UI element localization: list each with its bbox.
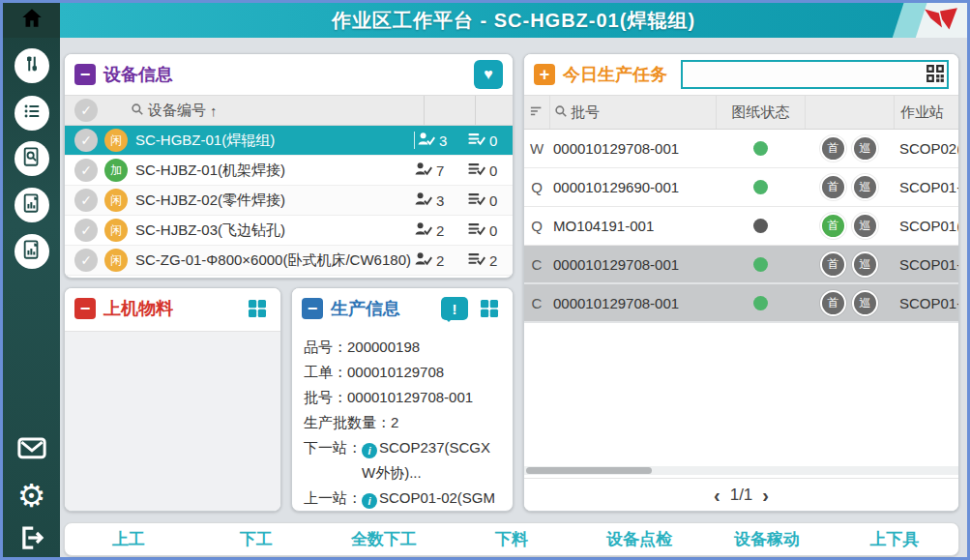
- equipment-panel: − 设备信息 ♥ ✓ 设备编号 ↑ ✓ 闲 SC-HGBZ-01(焊辊组) 3 …: [64, 53, 514, 279]
- operator-count: 7: [436, 162, 444, 179]
- equipment-inspection-button[interactable]: 设备点检: [575, 528, 703, 550]
- list-icon: [21, 101, 43, 126]
- task-count: 0: [489, 162, 497, 179]
- tooling-button[interactable]: 上下具: [831, 528, 958, 550]
- operators-icon: [415, 251, 432, 269]
- next-page-button[interactable]: ›: [762, 486, 769, 505]
- row-check-icon[interactable]: ✓: [74, 249, 98, 272]
- task-batch: 000010129690-001: [549, 179, 716, 195]
- station-column[interactable]: 作业站: [894, 96, 958, 129]
- batch-column[interactable]: 批号: [571, 103, 600, 122]
- collapse-icon[interactable]: −: [74, 298, 96, 319]
- clock-in-button[interactable]: 上工: [65, 528, 192, 550]
- sidebar-item-mail[interactable]: [14, 434, 50, 467]
- equipment-row[interactable]: ✓ 加 SC-HJBZ-01(机架焊接) 7 0: [65, 156, 513, 186]
- patrol-inspection-button[interactable]: 巡: [852, 290, 878, 316]
- equipment-column-header[interactable]: ✓ 设备编号 ↑: [65, 95, 513, 126]
- task-type: C: [524, 295, 549, 311]
- clock-out-button[interactable]: 下工: [192, 528, 320, 550]
- select-all-check-icon[interactable]: ✓: [74, 99, 98, 122]
- equipment-panel-title: 设备信息: [103, 63, 173, 86]
- task-row[interactable]: C 000010129708-001 首 巡 SCOP01-01(SGM...: [524, 284, 958, 323]
- task-scan-input[interactable]: [681, 60, 949, 89]
- row-check-icon[interactable]: ✓: [74, 219, 98, 242]
- grid-view-icon[interactable]: [476, 295, 503, 322]
- equipment-sort-column[interactable]: 设备编号: [148, 102, 206, 120]
- expand-icon[interactable]: +: [534, 64, 555, 85]
- equipment-utilization-button[interactable]: 设备稼动: [703, 528, 831, 550]
- equipment-row[interactable]: ✓ 闲 SC-ZG-01-Φ800×6000(卧式机床/CW6180) 2 2: [65, 246, 513, 276]
- materials-panel-title: 上机物料: [103, 297, 173, 320]
- pagination: ‹ 1/1 ›: [524, 478, 958, 511]
- task-station: SCOP01-01(SGM...: [894, 179, 958, 195]
- sidebar-item-list[interactable]: [15, 96, 49, 131]
- task-row[interactable]: Q MO104191-001 首 巡 SCOP01(SGMH0...: [524, 207, 958, 246]
- sidebar-item-logout[interactable]: [14, 523, 50, 556]
- operator-count: 3: [436, 192, 444, 209]
- collapse-icon[interactable]: −: [74, 64, 96, 85]
- qr-scan-icon[interactable]: [926, 64, 945, 87]
- info-icon[interactable]: i: [362, 493, 377, 509]
- status-badge: 闲: [104, 129, 128, 152]
- first-inspection-button[interactable]: 首: [820, 174, 846, 200]
- task-row[interactable]: W 000010129708-001 首 巡 SCOP02(SGMH0...: [524, 130, 958, 168]
- page-title: 作业区工作平台 - SC-HGBZ-01(焊辊组): [332, 8, 695, 34]
- drawing-status-dot: [753, 257, 768, 272]
- status-badge: 闲: [104, 189, 128, 212]
- sidebar-item-report[interactable]: [15, 188, 49, 222]
- field-value: 200000198: [347, 335, 501, 360]
- page-indicator: 1/1: [730, 486, 753, 505]
- task-list-icon: [468, 221, 485, 239]
- task-station: SCOP01(SGMH0...: [894, 218, 958, 234]
- equipment-row[interactable]: ✓ 闲 SC-HJBZ-02(零件焊接) 3 0: [65, 186, 513, 216]
- info-icon[interactable]: i: [362, 443, 377, 458]
- operator-count: 2: [436, 252, 444, 269]
- first-inspection-button[interactable]: 首: [820, 290, 846, 316]
- field-label: 批号：: [304, 385, 347, 410]
- drawing-status-column[interactable]: 图纸状态: [716, 96, 805, 129]
- sidebar-item-report2[interactable]: [15, 234, 49, 269]
- task-count: 0: [489, 222, 497, 239]
- horizontal-scrollbar[interactable]: [524, 466, 958, 475]
- filter-icon[interactable]: [530, 104, 544, 121]
- settings-gear-icon: ⚙: [17, 480, 46, 512]
- first-inspection-button[interactable]: 首: [820, 251, 846, 278]
- action-toolbar: 上工 下工 全数下工 下料 设备点检 设备稼动 上下具: [64, 522, 959, 556]
- row-check-icon[interactable]: ✓: [74, 189, 98, 212]
- grid-view-icon[interactable]: [244, 295, 271, 322]
- search-icon: [131, 103, 144, 119]
- patrol-inspection-button[interactable]: 巡: [852, 174, 878, 200]
- sidebar-item-settings[interactable]: ⚙: [14, 479, 50, 512]
- tasks-panel: + 今日生产任务 批号 图纸状态 作业站 W 000010129708-001 …: [523, 53, 959, 512]
- comment-alert-icon[interactable]: !: [441, 297, 468, 320]
- clock-out-all-button[interactable]: 全数下工: [320, 528, 448, 550]
- task-row[interactable]: C 000010129708-001 首 巡 SCOP01-02(SGM...: [524, 246, 958, 284]
- sidebar-item-doc-search[interactable]: [15, 141, 49, 176]
- patrol-inspection-button[interactable]: 巡: [852, 213, 878, 239]
- patrol-inspection-button[interactable]: 巡: [852, 135, 878, 162]
- unload-material-button[interactable]: 下料: [448, 528, 575, 550]
- task-list: W 000010129708-001 首 巡 SCOP02(SGMH0... Q…: [524, 130, 958, 323]
- patrol-inspection-button[interactable]: 巡: [852, 251, 878, 278]
- workflow-icon: [21, 53, 43, 78]
- status-badge: 加: [104, 159, 128, 182]
- prev-page-button[interactable]: ‹: [714, 486, 720, 505]
- scrollbar-thumb[interactable]: [526, 467, 652, 474]
- drawing-status-dot: [753, 296, 768, 310]
- row-check-icon[interactable]: ✓: [74, 129, 98, 152]
- drawing-status-dot: [753, 219, 768, 233]
- favorite-button[interactable]: ♥: [474, 60, 503, 89]
- task-station: SCOP02(SGMH0...: [894, 140, 958, 157]
- equipment-row[interactable]: ✓ 闲 SC-HJBZ-03(飞边钻孔) 2 0: [65, 216, 513, 246]
- first-inspection-button[interactable]: 首: [820, 213, 846, 239]
- task-list-icon: [468, 162, 485, 179]
- row-check-icon[interactable]: ✓: [74, 159, 98, 182]
- first-inspection-button[interactable]: 首: [820, 135, 846, 162]
- equipment-row[interactable]: ✓ 闲 SC-HGBZ-01(焊辊组) 3 0: [65, 126, 513, 156]
- collapse-icon[interactable]: −: [302, 298, 323, 319]
- sidebar-item-workflow[interactable]: [15, 48, 49, 83]
- operators-icon: [415, 162, 432, 179]
- operator-count: 2: [436, 222, 444, 239]
- home-button[interactable]: [3, 3, 60, 38]
- task-row[interactable]: Q 000010129690-001 首 巡 SCOP01-01(SGM...: [524, 168, 958, 207]
